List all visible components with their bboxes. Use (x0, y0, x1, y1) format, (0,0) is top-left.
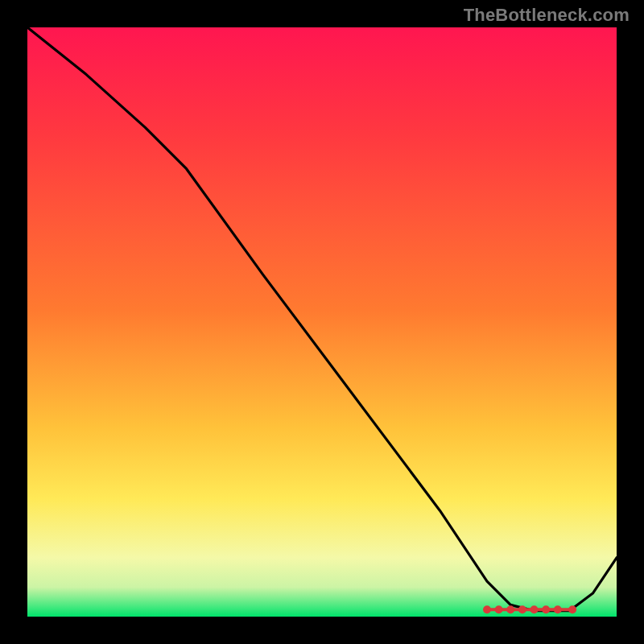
marker-dot (518, 605, 526, 613)
marker-dot (554, 605, 562, 613)
marker-dot (506, 605, 514, 613)
marker-dot (530, 605, 539, 613)
curve-path (27, 27, 617, 611)
plot-svg (27, 27, 617, 617)
marker-dot (542, 605, 550, 613)
marker-dot (495, 605, 503, 613)
marker-dot (568, 605, 576, 613)
marker-cluster (483, 605, 576, 613)
chart-frame: TheBottleneck.com (0, 0, 644, 644)
marker-dot (483, 605, 491, 613)
plot-area (27, 27, 617, 617)
watermark-text: TheBottleneck.com (464, 5, 630, 26)
